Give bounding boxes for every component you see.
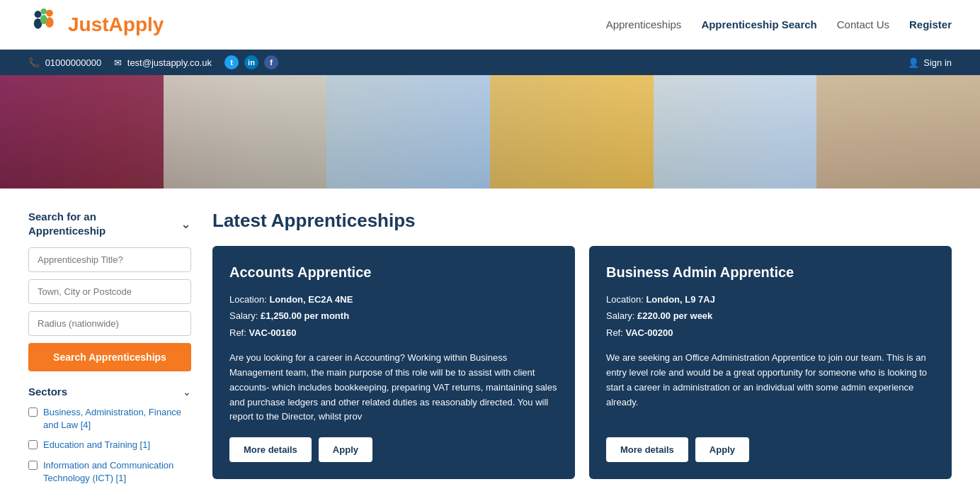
logo[interactable]: JustApply [28, 9, 164, 40]
sector-item-2: Education and Training [1] [28, 439, 191, 451]
hero-banner [0, 75, 980, 189]
card-business-admin-meta: Location: London, L9 7AJ Salary: £220.00… [606, 291, 935, 341]
card-business-admin-ref-value: VAC-00200 [625, 327, 673, 338]
sidebar: Search for anApprenticeship ⌄ Search App… [28, 210, 191, 489]
sector-checkbox-1[interactable] [28, 408, 38, 417]
card-business-admin-location-value: London, L9 7AJ [646, 294, 715, 305]
sectors-toggle-icon[interactable]: ⌄ [183, 386, 191, 398]
email-icon: ✉ [114, 57, 122, 68]
svg-point-4 [41, 9, 47, 14]
card-business-admin-more-details-button[interactable]: More details [606, 437, 688, 462]
card-accounts-apprentice: Accounts Apprentice Location: London, EC… [212, 246, 575, 479]
social-icons: t in f [224, 55, 278, 69]
phone-info: 📞 01000000000 [28, 57, 101, 68]
search-apprenticeships-button[interactable]: Search Apprenticeships [28, 343, 191, 371]
card-business-admin-ref-label: Ref: [606, 327, 625, 338]
card-accounts-more-details-button[interactable]: More details [229, 437, 312, 462]
svg-point-5 [40, 15, 47, 24]
card-accounts-apply-button[interactable]: Apply [319, 437, 372, 462]
nav-register[interactable]: Register [909, 18, 952, 30]
phone-icon: 📞 [28, 57, 40, 68]
linkedin-icon[interactable]: in [244, 55, 258, 69]
sidebar-toggle-icon[interactable]: ⌄ [181, 216, 191, 232]
card-accounts-location-value: London, EC2A 4NE [269, 294, 353, 305]
sectors-title: Sectors [28, 386, 67, 398]
main-content: Search for anApprenticeship ⌄ Search App… [0, 189, 980, 489]
card-accounts-location-label: Location: [229, 294, 269, 305]
card-business-admin-apply-button[interactable]: Apply [695, 437, 749, 462]
cards-grid: Accounts Apprentice Location: London, EC… [212, 246, 952, 479]
sectors-header: Sectors ⌄ [28, 386, 191, 398]
email-info: ✉ test@justapply.co.uk [114, 57, 212, 68]
sector-checkbox-3[interactable] [28, 461, 38, 470]
svg-point-0 [35, 11, 42, 18]
logo-icon [28, 9, 64, 40]
sector-checkbox-2[interactable] [28, 440, 38, 449]
twitter-icon[interactable]: t [224, 55, 239, 69]
apprenticeship-title-input[interactable] [28, 247, 191, 272]
facebook-icon[interactable]: f [264, 55, 278, 69]
card-accounts-ref-label: Ref: [229, 327, 249, 338]
sidebar-title: Search for anApprenticeship [28, 210, 106, 237]
nav-links: Apprenticeships Apprenticeship Search Co… [606, 18, 952, 30]
location-input[interactable] [28, 279, 191, 304]
card-business-admin-salary-label: Salary: [606, 310, 637, 321]
card-business-admin-desc: We are seeking an Office Administration … [606, 351, 935, 425]
hero-image-placeholder [0, 75, 980, 189]
logo-text: JustApply [68, 13, 164, 36]
info-bar: 📞 01000000000 ✉ test@justapply.co.uk t i… [0, 50, 980, 75]
sector-label-3[interactable]: Information and Communication Technology… [43, 459, 191, 485]
card-business-admin-salary-value: £220.00 per week [637, 310, 712, 321]
sector-label-1[interactable]: Business, Administration, Finance and La… [43, 406, 191, 432]
card-business-admin-actions: More details Apply [606, 437, 935, 462]
nav-apprenticeship-search[interactable]: Apprenticeship Search [701, 18, 816, 30]
radius-input[interactable] [28, 311, 191, 336]
card-accounts-ref-value: VAC-00160 [249, 327, 296, 338]
card-business-admin-title: Business Admin Apprentice [606, 263, 935, 281]
card-business-admin-apprentice: Business Admin Apprentice Location: Lond… [589, 246, 952, 479]
listings-section: Latest Apprenticeships Accounts Apprenti… [212, 210, 952, 489]
card-accounts-salary-value: £1,250.00 per month [261, 310, 349, 321]
card-accounts-desc: Are you looking for a career in Accounti… [229, 351, 558, 425]
card-accounts-meta: Location: London, EC2A 4NE Salary: £1,25… [229, 291, 558, 341]
sector-item-1: Business, Administration, Finance and La… [28, 406, 191, 432]
nav-apprenticeships[interactable]: Apprenticeships [606, 18, 682, 30]
card-accounts-actions: More details Apply [229, 437, 558, 462]
card-business-admin-location-label: Location: [606, 294, 646, 305]
card-accounts-salary-label: Salary: [229, 310, 261, 321]
sign-in-area[interactable]: 👤 Sign in [908, 57, 952, 68]
listings-title: Latest Apprenticeships [212, 210, 952, 232]
sidebar-header: Search for anApprenticeship ⌄ [28, 210, 191, 237]
top-nav: JustApply Apprenticeships Apprenticeship… [0, 0, 980, 50]
sector-label-2[interactable]: Education and Training [1] [43, 439, 150, 451]
card-accounts-title: Accounts Apprentice [229, 263, 558, 281]
svg-point-2 [46, 10, 53, 17]
info-bar-left: 📞 01000000000 ✉ test@justapply.co.uk t i… [28, 55, 278, 69]
nav-contact-us[interactable]: Contact Us [837, 18, 889, 30]
sector-item-3: Information and Communication Technology… [28, 459, 191, 485]
sign-in-icon: 👤 [908, 57, 919, 68]
